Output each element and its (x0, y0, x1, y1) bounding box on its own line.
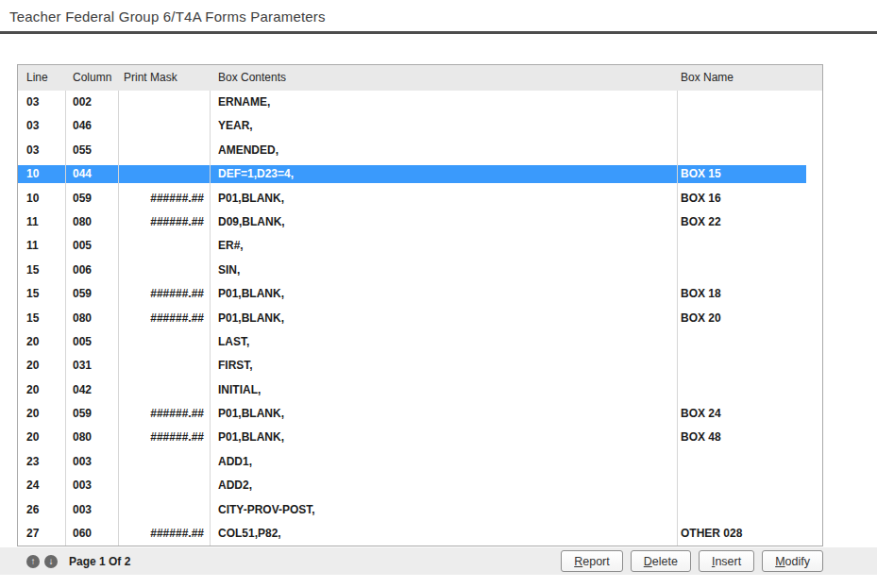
column-cell: 080 (66, 426, 119, 449)
line-cell: 03 (18, 139, 66, 162)
column-cell: 059 (66, 282, 119, 306)
line-cell: 20 (18, 354, 66, 378)
print-mask-cell (119, 114, 211, 138)
column-cell: 059 (66, 402, 119, 426)
column-cell: 006 (66, 259, 119, 282)
table-row[interactable]: 20005LAST, (18, 330, 822, 354)
line-cell: 20 (18, 402, 66, 426)
box-name-cell (678, 354, 821, 378)
modify-button-mnemonic: M (775, 555, 784, 568)
line-cell: 10 (18, 187, 66, 210)
column-header-print-mask: Print Mask (119, 65, 211, 91)
column-cell: 059 (66, 187, 119, 210)
column-cell: 046 (66, 114, 119, 138)
report-button-label: eport (582, 555, 610, 568)
column-cell: 080 (66, 210, 119, 234)
table-row[interactable]: 11080######.##D09,BLANK,BOX 22 (18, 210, 822, 234)
box-name-cell (678, 139, 821, 162)
line-cell: 26 (18, 498, 66, 522)
column-cell: 005 (66, 234, 119, 258)
modify-button[interactable]: Modify (762, 550, 823, 572)
page-title: Teacher Federal Group 6/T4A Forms Parame… (9, 8, 326, 25)
line-cell: 23 (18, 450, 66, 474)
column-cell: 003 (66, 450, 119, 474)
table-row[interactable]: 10059######.##P01,BLANK,BOX 16 (18, 187, 822, 210)
box-contents-cell: P01,BLANK, (211, 426, 678, 449)
line-cell: 03 (18, 114, 66, 138)
column-header-line: Line (18, 65, 66, 91)
box-name-cell: BOX 16 (678, 187, 821, 210)
print-mask-cell: ######.## (119, 402, 211, 426)
line-cell: 24 (18, 474, 66, 497)
delete-button[interactable]: Delete (631, 550, 691, 572)
column-cell: 042 (66, 378, 119, 402)
table-row[interactable]: 15006SIN, (18, 259, 822, 282)
table-row[interactable]: 20059######.##P01,BLANK,BOX 24 (18, 402, 822, 426)
table-header-row: Line Column Print Mask Box Contents Box … (18, 65, 822, 91)
print-mask-cell: ######.## (119, 282, 211, 306)
line-cell: 11 (18, 210, 66, 234)
print-mask-cell (119, 139, 211, 162)
line-cell: 20 (18, 426, 66, 449)
table-row[interactable]: 03002ERNAME, (18, 91, 822, 114)
print-mask-cell (119, 378, 211, 402)
table-row[interactable]: 26003CITY-PROV-POST, (18, 498, 822, 522)
page-up-button[interactable]: ↑ (26, 555, 40, 568)
print-mask-cell: ######.## (119, 522, 211, 546)
box-contents-cell: ER#, (211, 234, 678, 258)
modify-button-label: odify (785, 555, 810, 568)
insert-button[interactable]: Insert (699, 550, 754, 572)
line-cell: 15 (18, 282, 66, 306)
box-contents-cell: YEAR, (211, 114, 678, 138)
box-contents-cell: ADD1, (211, 450, 678, 474)
box-name-cell (678, 114, 821, 138)
column-cell: 055 (66, 139, 119, 162)
page-indicator: Page 1 Of 2 (69, 555, 130, 568)
column-cell: 044 (66, 162, 119, 186)
box-name-cell (678, 498, 821, 522)
delete-button-mnemonic: D (644, 555, 652, 568)
page-down-button[interactable]: ↓ (44, 555, 58, 568)
column-header-box-name: Box Name (678, 65, 822, 91)
delete-button-label: elete (652, 555, 678, 568)
pager: ↑ ↓ Page 1 Of 2 (26, 555, 130, 568)
column-cell: 080 (66, 307, 119, 330)
box-name-cell (678, 450, 821, 474)
line-cell: 27 (18, 522, 66, 546)
table-row[interactable]: 03055AMENDED, (18, 139, 822, 162)
table-row[interactable]: 27060######.##COL51,P82,OTHER 028 (18, 522, 822, 546)
print-mask-cell (119, 330, 211, 354)
action-buttons: Report Delete Insert Modify (561, 550, 823, 572)
box-name-cell: BOX 18 (678, 282, 821, 306)
box-contents-cell: CITY-PROV-POST, (211, 498, 678, 522)
print-mask-cell (119, 498, 211, 522)
box-contents-cell: COL51,P82, (211, 522, 678, 546)
print-mask-cell: ######.## (119, 426, 211, 449)
print-mask-cell (119, 354, 211, 378)
column-cell: 031 (66, 354, 119, 378)
box-contents-cell: P01,BLANK, (211, 307, 678, 330)
table-row[interactable]: 20080######.##P01,BLANK,BOX 48 (18, 426, 822, 449)
column-cell: 003 (66, 498, 119, 522)
box-contents-cell: P01,BLANK, (211, 282, 678, 306)
table-row[interactable]: 11005ER#, (18, 234, 822, 258)
line-cell: 11 (18, 234, 66, 258)
print-mask-cell: ######.## (119, 210, 211, 234)
column-cell: 060 (66, 522, 119, 546)
up-arrow-icon: ↑ (31, 557, 36, 566)
box-contents-cell: ADD2, (211, 474, 678, 497)
table-row[interactable]: 20042INITIAL, (18, 378, 822, 402)
box-name-cell (678, 259, 821, 282)
print-mask-cell: ######.## (119, 187, 211, 210)
table-row[interactable]: 20031FIRST, (18, 354, 822, 378)
report-button[interactable]: Report (561, 550, 623, 572)
table-row[interactable]: 23003ADD1, (18, 450, 822, 474)
column-header-box-contents: Box Contents (211, 65, 678, 91)
table-row[interactable]: 24003ADD2, (18, 474, 822, 497)
report-button-mnemonic: R (574, 555, 582, 568)
table-row[interactable]: 03046YEAR, (18, 114, 822, 138)
column-header-column: Column (66, 65, 119, 91)
table-row[interactable]: 15059######.##P01,BLANK,BOX 18 (18, 282, 822, 306)
table-row[interactable]: 15080######.##P01,BLANK,BOX 20 (18, 307, 822, 330)
table-row-selected[interactable]: 10044DEF=1,D23=4,BOX 15 (18, 162, 822, 186)
